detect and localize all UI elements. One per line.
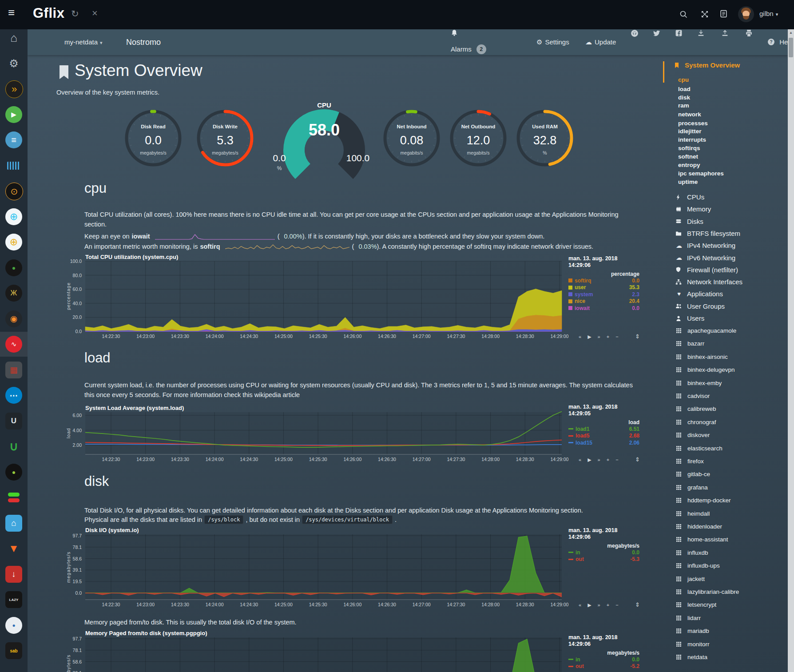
menu-app-influxdb[interactable]: influxdb (676, 549, 708, 556)
menu-app-diskover[interactable]: diskover (676, 432, 710, 438)
sidebar-item-diskover[interactable]: Ж (0, 281, 28, 306)
pan-backward-icon[interactable]: « (579, 334, 581, 340)
sidebar-item-rutorrent[interactable]: ▦ (0, 358, 28, 382)
menu-subitem-ipc-semaphores[interactable]: ipc semaphores (678, 170, 724, 177)
menu-app-gitlab-ce[interactable]: gitlab-ce (676, 471, 710, 477)
zoom-out-icon[interactable]: − (615, 334, 618, 340)
disk-legend-row-in[interactable]: in0.0 (568, 549, 639, 556)
menu-app-lazylibrarian-calibre[interactable]: lazylibrarian-calibre (676, 588, 739, 595)
user-menu[interactable]: gilbn▾ (759, 10, 778, 17)
load-legend-row-load5[interactable]: load52.68 (568, 433, 639, 440)
sidebar-item-radarr[interactable]: ⊕ (0, 230, 28, 254)
disk-legend-row-out[interactable]: out-5.3 (568, 556, 639, 563)
scrollbar-up-arrow[interactable]: ▲ (788, 29, 794, 36)
zoom-in-icon[interactable]: + (607, 334, 609, 340)
play-icon[interactable]: ▶ (588, 334, 591, 340)
load-resize-handle[interactable]: ⇕ (635, 456, 640, 463)
pan-backward-icon[interactable]: « (579, 457, 581, 463)
menu-section-user-groups[interactable]: User Groups (675, 302, 725, 310)
sidebar-item-monitorr[interactable] (0, 485, 28, 510)
facebook-link[interactable] (675, 29, 685, 55)
github-link[interactable] (631, 29, 641, 55)
menu-section-disks[interactable]: Disks (675, 218, 703, 225)
user-avatar[interactable] (738, 6, 754, 22)
cpu-legend-row-iowait[interactable]: iowait0.0 (568, 305, 639, 312)
menu-app-hiddenloader[interactable]: hiddenloader (676, 523, 722, 530)
menu-app-mariadb[interactable]: mariadb (676, 628, 709, 634)
page-scrollbar[interactable]: ▲ (788, 29, 794, 672)
menu-app-chronograf[interactable]: chronograf (676, 419, 716, 425)
net-outbound-gauge[interactable]: Net Outbound12.0megabits/s (447, 107, 509, 169)
cpu-chart-plot[interactable]: 100.080.060.040.020.00.014:22:3014:23:00… (85, 261, 562, 341)
pgpgio-legend-row-in[interactable]: in0.0 (568, 656, 639, 663)
menu-subitem-softirqs[interactable]: softirqs (678, 145, 700, 151)
menu-section-ipv4-networking[interactable]: ☁IPv4 Networking (675, 242, 735, 249)
menu-section-users[interactable]: Users (675, 314, 704, 322)
menu-app-elasticsearch[interactable]: elasticsearch (676, 445, 723, 452)
pan-backward-icon[interactable]: « (579, 602, 581, 608)
cpu-legend-row-softirq[interactable]: softirq0.0 (568, 277, 639, 284)
sidebar-item-ubooquity[interactable]: ∪ (0, 434, 28, 459)
cpu-gauge[interactable]: CPU58.00.0100.0% (266, 101, 382, 199)
menu-section-applications[interactable]: ♥Applications (675, 290, 723, 298)
disk-chart-plot[interactable]: 97.778.158.639.119.50.014:22:3014:23:001… (85, 534, 562, 609)
sidebar-item-jackett[interactable]: ⊙ (0, 179, 28, 203)
print-button[interactable] (745, 29, 755, 55)
fullscreen-expand-icon[interactable] (701, 10, 709, 18)
load-legend-row-load15[interactable]: load152.06 (568, 439, 639, 446)
menu-subitem-ram[interactable]: ram (678, 102, 689, 109)
menu-app-binhex-emby[interactable]: binhex-emby (676, 380, 722, 386)
play-icon[interactable]: ▶ (588, 457, 591, 463)
menu-app-influxdb-ups[interactable]: influxdb-ups (676, 562, 720, 569)
zoom-in-icon[interactable]: + (607, 602, 609, 608)
close-icon[interactable]: × (92, 8, 98, 18)
cpu-resize-handle[interactable]: ⇕ (635, 333, 640, 340)
menu-app-bazarr[interactable]: bazarr (676, 340, 704, 347)
pgpgio-chart-plot[interactable]: 97.778.158.639.119.50.014:22:3014:23:001… (85, 637, 562, 672)
menu-subitem-load[interactable]: load (678, 86, 691, 92)
sidebar-item-deluge[interactable]: ● (0, 613, 28, 638)
softirq-sparkline[interactable] (225, 243, 349, 250)
menu-icon[interactable]: ≡ (8, 7, 15, 18)
search-icon[interactable] (679, 10, 687, 18)
scrollbar-thumb[interactable] (789, 38, 793, 57)
menu-section-memory[interactable]: Memory (675, 205, 711, 213)
play-icon[interactable]: ▶ (588, 602, 591, 608)
sidebar-item-unraid[interactable]: U (0, 409, 28, 433)
menu-subitem-network[interactable]: network (678, 111, 701, 118)
zoom-out-icon[interactable]: − (615, 457, 618, 463)
disk-resize-handle[interactable]: ⇕ (635, 601, 640, 608)
net-inbound-gauge[interactable]: Net Inbound0.08megabits/s (381, 107, 443, 169)
menu-app-jackett[interactable]: jackett (676, 576, 705, 582)
sidebar-item-glances[interactable]: ● (0, 255, 28, 280)
menu-subitem-disk[interactable]: disk (678, 94, 690, 101)
sidebar-item-emby[interactable]: ▶ (0, 102, 28, 127)
sidebar-item-library[interactable]: ≡ (0, 127, 28, 152)
sidebar-item-grafana[interactable]: ◉ (0, 306, 28, 331)
sidebar-item-sonarr[interactable]: ⊕ (0, 204, 28, 229)
refresh-icon[interactable]: ↻ (71, 9, 79, 18)
menu-app-netdata[interactable]: netdata (676, 654, 707, 660)
menu-app-heimdall[interactable]: heimdall (676, 510, 710, 517)
disk-read-gauge[interactable]: Disk Read0.0megabytes/s (122, 107, 184, 169)
menu-subitem-processes[interactable]: processes (678, 120, 708, 127)
cpu-legend-row-nice[interactable]: nice20.4 (568, 298, 639, 305)
iowait-sparkline[interactable] (155, 233, 275, 240)
menu-subitem-idlejitter[interactable]: idlejitter (678, 128, 702, 135)
twitter-link[interactable] (653, 29, 663, 55)
menu-app-home-assistant[interactable]: home-assistant (676, 536, 728, 543)
sidebar-item-sabnzbd[interactable]: sab (0, 638, 28, 663)
menu-section-btrfs-filesystem[interactable]: BTRFS filesystem (675, 230, 740, 237)
menu-app-cadvisor[interactable]: cadvisor (676, 393, 710, 399)
menu-subitem-softnet[interactable]: softnet (678, 153, 698, 160)
menu-section-system-overview[interactable]: System Overview (674, 61, 740, 69)
update-button[interactable]: ☁Update (585, 29, 616, 55)
import-upload-button[interactable] (721, 29, 731, 55)
menu-app-grafana[interactable]: grafana (676, 484, 708, 491)
load-chart-plot[interactable]: 6.004.002.0014:22:3014:23:0014:23:3014:2… (85, 412, 562, 464)
menu-subitem-entropy[interactable]: entropy (678, 162, 700, 168)
menu-app-hddtemp-docker[interactable]: hddtemp-docker (676, 497, 731, 504)
sidebar-item-soundcloud[interactable] (0, 153, 28, 178)
export-download-button[interactable] (697, 29, 707, 55)
sidebar-item-youtube-dl[interactable]: ↓ (0, 562, 28, 587)
